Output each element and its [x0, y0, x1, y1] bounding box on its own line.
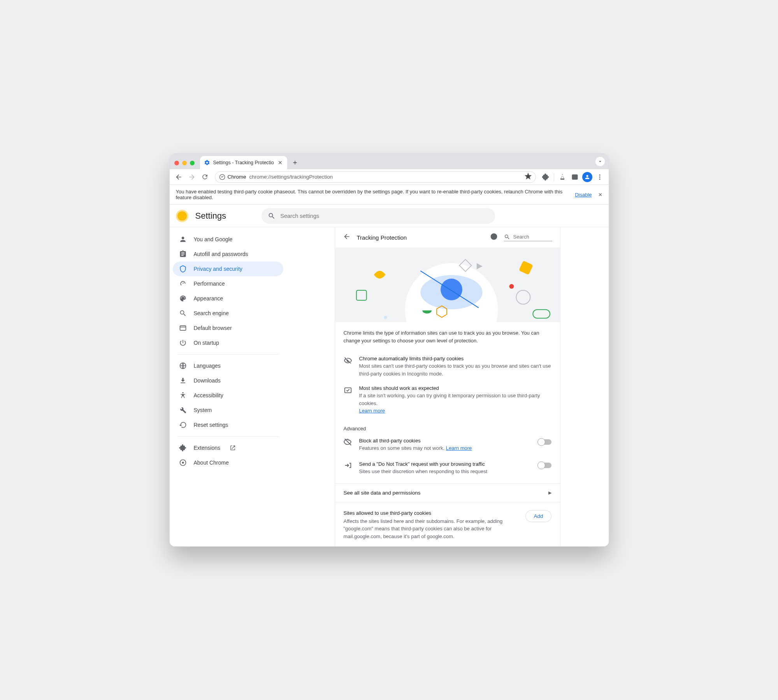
minimize-window-button[interactable] — [182, 161, 187, 165]
do-not-track-icon — [344, 461, 352, 471]
help-icon[interactable] — [490, 233, 498, 242]
svg-point-4 — [599, 176, 600, 177]
browser-icon — [179, 324, 187, 332]
info-row-sites-work: Most sites should work as expected If a … — [335, 381, 560, 419]
toggle-switch[interactable] — [538, 463, 551, 468]
close-icon[interactable]: ✕ — [598, 192, 602, 198]
side-panel-icon[interactable] — [569, 171, 581, 183]
info-bar: You have enabled testing third-party coo… — [170, 185, 609, 205]
reload-button[interactable] — [199, 171, 211, 183]
toggle-switch[interactable] — [538, 439, 551, 445]
cookie-off-icon — [344, 438, 352, 448]
svg-point-20 — [384, 316, 387, 319]
hero-illustration — [335, 247, 560, 322]
sidebar-item-accessibility[interactable]: Accessibility — [173, 388, 283, 403]
new-tab-button[interactable] — [290, 157, 300, 168]
sidebar-item-you-and-google[interactable]: You and Google — [173, 232, 283, 247]
page-header: Tracking Protection — [335, 227, 560, 247]
sidebar-item-languages[interactable]: Languages — [173, 358, 283, 373]
palette-icon — [179, 295, 187, 302]
infobar-text: You have enabled testing third-party coo… — [176, 189, 571, 200]
in-page-search[interactable] — [504, 234, 552, 241]
sidebar-item-about[interactable]: About Chrome — [173, 455, 283, 470]
svg-point-17 — [441, 279, 462, 300]
sidebar-item-autofill[interactable]: Autofill and passwords — [173, 247, 283, 261]
person-icon — [179, 235, 187, 243]
back-button[interactable] — [173, 171, 184, 183]
assignment-icon — [179, 250, 187, 258]
open-in-new-icon — [230, 445, 236, 451]
maximize-window-button[interactable] — [190, 161, 195, 165]
url-text: chrome://settings/trackingProtection — [249, 174, 333, 180]
sidebar-item-system[interactable]: System — [173, 403, 283, 418]
gear-icon — [204, 160, 210, 166]
add-button[interactable]: Add — [525, 510, 551, 522]
sidebar-item-appearance[interactable]: Appearance — [173, 291, 283, 306]
tabs-dropdown-button[interactable] — [595, 157, 605, 166]
toggle-block-third-party: Block all third-party cookies Features o… — [335, 433, 560, 457]
site-info-button[interactable]: Chrome — [219, 174, 246, 180]
toolbar-actions — [540, 171, 606, 183]
sidebar-item-on-startup[interactable]: On startup — [173, 335, 283, 350]
infobar-disable-link[interactable]: Disable — [575, 192, 592, 198]
sidebar: You and Google Autofill and passwords Pr… — [170, 227, 286, 546]
learn-more-link[interactable]: Learn more — [446, 445, 472, 451]
in-page-search-input[interactable] — [513, 234, 552, 240]
visibility-off-icon — [344, 356, 352, 377]
search-icon — [504, 234, 510, 240]
page-title: Tracking Protection — [357, 234, 407, 241]
advanced-label: Advanced — [335, 419, 560, 433]
chrome-icon — [179, 459, 187, 467]
extensions-icon[interactable] — [540, 171, 551, 183]
sidebar-item-performance[interactable]: Performance — [173, 276, 283, 291]
svg-point-9 — [182, 392, 183, 393]
labs-icon[interactable] — [557, 171, 568, 183]
tracking-protection-panel: Tracking Protection — [335, 227, 560, 546]
svg-rect-6 — [180, 326, 186, 330]
profile-avatar[interactable] — [581, 171, 593, 183]
wrench-icon — [179, 406, 187, 414]
toggle-do-not-track: Send a "Do Not Track" request with your … — [335, 456, 560, 480]
settings-search-input[interactable] — [280, 213, 489, 219]
site-data-nav[interactable]: See all site data and permissions ▶ — [335, 483, 560, 502]
intro-text: Chrome limits the type of information si… — [335, 322, 560, 352]
sidebar-item-reset[interactable]: Reset settings — [173, 418, 283, 432]
chevron-right-icon: ▶ — [548, 490, 551, 495]
extension-icon — [179, 444, 187, 452]
window-controls — [173, 161, 198, 169]
settings-frame: You and Google Autofill and passwords Pr… — [170, 227, 609, 546]
sidebar-item-default-browser[interactable]: Default browser — [173, 321, 283, 335]
address-bar[interactable]: Chrome chrome://settings/trackingProtect… — [215, 171, 536, 183]
toolbar: Chrome chrome://settings/trackingProtect… — [170, 169, 609, 185]
tab-title: Settings - Tracking Protectio — [213, 160, 274, 165]
allowed-sites-section: Sites allowed to use third-party cookies… — [335, 502, 560, 546]
close-tab-icon[interactable]: ✕ — [277, 159, 283, 167]
sidebar-item-extensions[interactable]: Extensions — [173, 440, 283, 455]
sidebar-item-downloads[interactable]: Downloads — [173, 373, 283, 388]
back-icon[interactable] — [343, 233, 351, 242]
svg-point-11 — [182, 462, 184, 464]
content-area: Tracking Protection — [286, 227, 609, 546]
sidebar-item-privacy[interactable]: Privacy and security — [173, 261, 283, 276]
learn-more-link[interactable]: Learn more — [359, 408, 385, 414]
speed-icon — [179, 280, 187, 288]
svg-point-13 — [493, 238, 494, 239]
settings-search[interactable] — [262, 208, 495, 224]
sidebar-item-search-engine[interactable]: Search engine — [173, 306, 283, 321]
info-row-cookies: Chrome automatically limits third-party … — [335, 352, 560, 381]
forward-button[interactable] — [186, 171, 198, 183]
tab-strip: Settings - Tracking Protectio ✕ — [170, 154, 609, 169]
restore-icon — [179, 421, 187, 429]
menu-icon[interactable] — [594, 171, 606, 183]
app-title: Settings — [195, 211, 227, 221]
download-icon — [179, 377, 187, 384]
svg-point-5 — [599, 178, 600, 179]
browser-tab[interactable]: Settings - Tracking Protectio ✕ — [200, 156, 287, 169]
power-icon — [179, 339, 187, 347]
search-icon — [179, 309, 187, 317]
bookmark-icon[interactable] — [525, 173, 532, 181]
shield-icon — [179, 265, 187, 273]
close-window-button[interactable] — [174, 161, 179, 165]
browser-window: Settings - Tracking Protectio ✕ Chrome c… — [169, 153, 609, 547]
svg-point-25 — [509, 284, 514, 289]
